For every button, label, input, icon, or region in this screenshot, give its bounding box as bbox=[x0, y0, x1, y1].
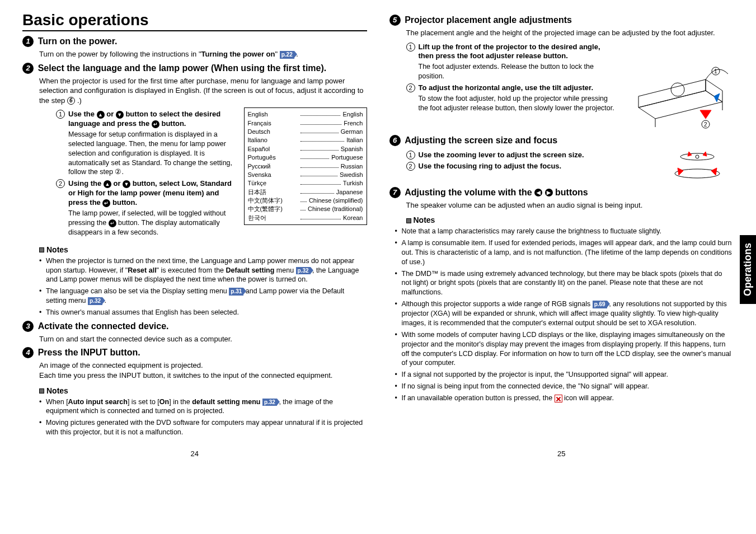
step-5-body: The placement angle and the height of th… bbox=[406, 28, 734, 38]
svg-text:1: 1 bbox=[714, 68, 717, 74]
section-tab: Operations bbox=[740, 235, 756, 304]
svg-point-18 bbox=[696, 155, 699, 158]
step-5-sub-1: 1 Lift up the front of the projector to … bbox=[406, 43, 618, 82]
step-4: 4 Press the INPUT button. bbox=[22, 347, 367, 358]
page-ref-31[interactable]: p.31 bbox=[229, 288, 243, 296]
step-2-sub-2: 2 Using the ▲ or ▼ button, select Low, S… bbox=[56, 179, 234, 237]
language-row: EspañolSpanish bbox=[248, 145, 363, 153]
svg-marker-16 bbox=[678, 168, 683, 175]
step-3: 3 Activate the connected device. bbox=[22, 321, 367, 332]
page-ref-32[interactable]: p.32 bbox=[262, 399, 277, 406]
step-4-body: An image of the connected equipment is p… bbox=[39, 360, 367, 380]
step-6-sub-2-title: Use the focusing ring to adjust the focu… bbox=[419, 162, 562, 171]
step-6-sub-1: 1 Use the zooming lever to adjust the sc… bbox=[406, 151, 657, 160]
svg-marker-14 bbox=[688, 152, 692, 156]
svg-marker-10 bbox=[700, 110, 711, 119]
up-arrow-icon: ▲ bbox=[97, 111, 105, 119]
page-number-right: 25 bbox=[389, 449, 734, 458]
step-1-title: Turn on the power. bbox=[38, 36, 118, 46]
note-item: Moving pictures generated with the DVD s… bbox=[39, 418, 367, 437]
step-badge-5: 5 bbox=[389, 15, 401, 26]
step-6-sub-2: 2 Use the focusing ring to adjust the fo… bbox=[406, 162, 657, 171]
step-2-sub-1-title: Use the ▲ or ▼ button to select the desi… bbox=[68, 110, 234, 129]
step-2-sub-1: 1 Use the ▲ or ▼ button to select the de… bbox=[56, 110, 234, 177]
svg-text:2: 2 bbox=[704, 121, 707, 128]
note-item: If an unavailable operation button is pr… bbox=[395, 394, 734, 403]
circled-1-icon: 1 bbox=[406, 43, 415, 51]
step-5-sub-1-title: Lift up the front of the projector to th… bbox=[419, 43, 618, 62]
notes-list-2: When [Auto input search] is set to [On] … bbox=[39, 397, 367, 438]
up-arrow-icon: ▲ bbox=[104, 180, 111, 188]
language-row: РусскийRussian bbox=[248, 162, 363, 171]
note-item: This owner's manual assumes that English… bbox=[39, 308, 367, 317]
step-3-title: Activate the connected device. bbox=[38, 321, 169, 331]
page-number-left: 24 bbox=[22, 449, 367, 458]
language-row: PortuguêsPortuguese bbox=[248, 153, 363, 162]
language-list-box: EnglishEnglishFrançaisFrenchDeutschGerma… bbox=[244, 107, 367, 225]
svg-point-12 bbox=[680, 153, 714, 160]
svg-marker-2 bbox=[706, 79, 722, 102]
step-5: 5 Projector placement angle adjustments bbox=[389, 15, 734, 26]
note-item: The language can also be set via the Dis… bbox=[39, 287, 367, 306]
step-6-sub-1-title: Use the zooming lever to adjust the scre… bbox=[419, 151, 584, 160]
language-row: EnglishEnglish bbox=[248, 110, 363, 119]
square-bullet-icon bbox=[39, 388, 44, 394]
page-ref-22[interactable]: p.22 bbox=[280, 51, 294, 59]
vol-left-icon: ◀ bbox=[534, 189, 542, 196]
x-error-icon bbox=[555, 395, 562, 402]
step-2-sub-2-title: Using the ▲ or ▼ button, select Low, Sta… bbox=[68, 179, 234, 208]
step-2-title: Select the language and the lamp power (… bbox=[38, 63, 327, 73]
notes-heading-3: Notes bbox=[406, 216, 734, 224]
square-bullet-icon bbox=[406, 218, 411, 223]
step-ref-6-icon: 6 bbox=[67, 97, 75, 105]
notes-list-3: Note that a lamp characteristics may rar… bbox=[395, 227, 734, 403]
page-title: Basic operations bbox=[22, 11, 367, 31]
step-7-title: Adjusting the volume with the ◀ ▶ button… bbox=[405, 188, 588, 197]
vol-right-icon: ▶ bbox=[545, 189, 553, 196]
note-item: If no signal is being input from the con… bbox=[395, 382, 734, 391]
step-6: 6 Adjusting the screen size and focus bbox=[389, 135, 734, 146]
note-item: Although this projector supports a wide … bbox=[395, 299, 734, 328]
language-row: ItalianoItalian bbox=[248, 136, 363, 144]
step-badge-1: 1 bbox=[22, 36, 34, 47]
language-row: TürkçeTurkish bbox=[248, 179, 363, 188]
step-1: 1 Turn on the power. bbox=[22, 36, 367, 47]
circled-1-icon: 1 bbox=[406, 151, 415, 160]
page-ref-32[interactable]: p.32 bbox=[296, 267, 311, 275]
step-7-body: The speaker volume can be adjusted when … bbox=[406, 200, 734, 210]
notes-heading-2: Notes bbox=[39, 386, 367, 395]
projector-angle-illustration: 1 2 bbox=[622, 40, 734, 132]
step-7: 7 Adjusting the volume with the ◀ ▶ butt… bbox=[389, 187, 734, 198]
step-2: 2 Select the language and the lamp power… bbox=[22, 63, 367, 74]
language-row: SvenskaSwedish bbox=[248, 171, 363, 179]
step-1-body: Turn on the power by following the instr… bbox=[39, 49, 367, 59]
circled-2-icon: 2 bbox=[56, 179, 65, 188]
svg-marker-0 bbox=[638, 91, 722, 119]
step-badge-3: 3 bbox=[22, 321, 34, 332]
down-arrow-icon: ▼ bbox=[123, 180, 130, 188]
page-ref-69[interactable]: p.69 bbox=[593, 301, 607, 308]
language-row: 日本語Japanese bbox=[248, 188, 363, 196]
page-ref-32[interactable]: p.32 bbox=[88, 297, 102, 305]
note-item: When the projector is turned on the next… bbox=[39, 256, 367, 285]
circled-1-icon: 1 bbox=[56, 110, 65, 119]
step-5-sub-1-body: The foot adjuster extends. Release the b… bbox=[419, 62, 618, 81]
note-item: If a signal not supported by the project… bbox=[395, 370, 734, 380]
step-badge-6: 6 bbox=[389, 135, 401, 146]
note-item: When [Auto input search] is set to [On] … bbox=[39, 397, 367, 416]
step-5-sub-2-title: To adjust the horizontal angle, use the … bbox=[419, 83, 618, 93]
step-4-title: Press the INPUT button. bbox=[38, 348, 140, 357]
svg-marker-15 bbox=[703, 152, 707, 156]
language-row: 中文(繁體字)Chinese (traditional) bbox=[248, 205, 363, 213]
svg-marker-11 bbox=[714, 93, 720, 102]
step-badge-2: 2 bbox=[22, 63, 34, 74]
svg-marker-17 bbox=[711, 168, 717, 175]
circled-2-icon: 2 bbox=[406, 83, 415, 92]
note-item: Note that a lamp characteristics may rar… bbox=[395, 227, 734, 236]
language-row: 中文(简体字)Chinese (simplified) bbox=[248, 196, 363, 205]
note-item: With some models of computer having LCD … bbox=[395, 330, 734, 368]
notes-heading-1: Notes bbox=[39, 245, 367, 254]
zoom-focus-illustration bbox=[661, 148, 734, 184]
down-arrow-icon: ▼ bbox=[116, 111, 124, 119]
svg-point-3 bbox=[671, 83, 684, 96]
